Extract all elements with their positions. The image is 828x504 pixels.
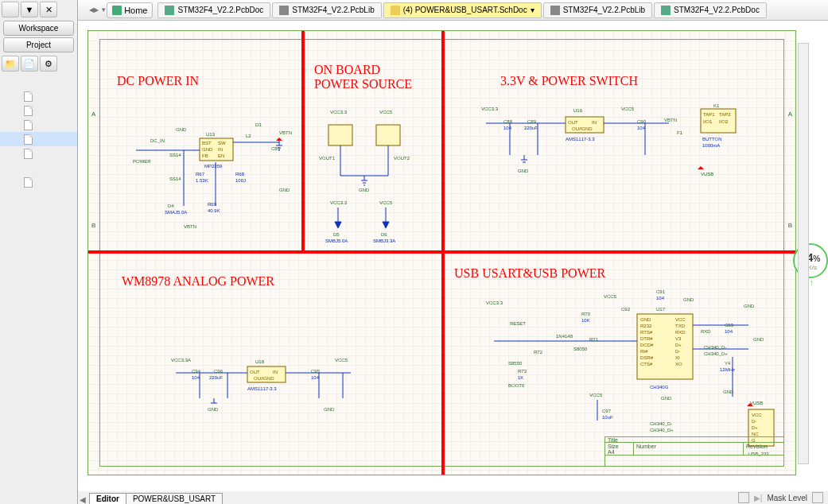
svg-text:VBTN: VBTN xyxy=(664,118,677,122)
svg-text:VCC: VCC xyxy=(675,317,686,322)
doc-tab-3[interactable]: STM32F4_V2.2.PcbLib xyxy=(543,2,652,18)
doc-tab-0[interactable]: STM32F4_V2.2.PcbDoc xyxy=(157,2,270,18)
svg-text:CH340_D-: CH340_D- xyxy=(650,421,672,426)
svg-marker-28 xyxy=(276,138,282,141)
status-icon[interactable] xyxy=(812,492,823,503)
svg-text:GND: GND xyxy=(208,407,219,412)
svg-text:R69: R69 xyxy=(208,202,217,207)
doc-icon xyxy=(24,177,33,188)
svg-text:IN: IN xyxy=(592,120,597,125)
tb-rev-label: Revision xyxy=(744,443,783,455)
svg-text:SS14: SS14 xyxy=(169,153,181,157)
project-button[interactable]: Project xyxy=(3,37,74,52)
svg-text:VBTN: VBTN xyxy=(184,224,196,229)
tool-btn[interactable]: 📁 xyxy=(2,56,19,72)
home-icon xyxy=(112,6,122,15)
tool-btn[interactable]: ⚙ xyxy=(40,56,57,72)
svg-text:VCC5: VCC5 xyxy=(379,110,393,114)
svg-text:C97: C97 xyxy=(602,409,612,413)
svg-text:D3: D3 xyxy=(255,122,262,127)
svg-text:VOUT1: VOUT1 xyxy=(319,156,336,161)
tree-item[interactable] xyxy=(0,103,77,118)
svg-rect-29 xyxy=(328,125,352,145)
tool-btn[interactable] xyxy=(2,2,19,17)
svg-text:SW: SW xyxy=(218,141,226,145)
svg-text:CH340_D+: CH340_D+ xyxy=(704,351,728,356)
doc-tab-label: (4) POWER&USB_USART.SchDoc xyxy=(403,6,527,14)
pcb-icon xyxy=(165,6,174,15)
schematic-block-usb: U17 CH340G GNDVCC R232TXD RTS#RXD DTR#V3… xyxy=(462,277,788,460)
svg-text:OUT: OUT xyxy=(250,370,260,374)
tab-scroll-left[interactable]: ◀▶ ▼ xyxy=(89,6,107,14)
svg-text:I/O2: I/O2 xyxy=(719,119,729,124)
svg-text:SMAJ5.0A: SMAJ5.0A xyxy=(165,210,187,215)
svg-text:R73: R73 xyxy=(518,369,527,374)
svg-text:C95: C95 xyxy=(311,369,321,374)
coord-row-b: B xyxy=(91,222,95,229)
svg-text:C93: C93 xyxy=(725,323,734,328)
svg-text:104: 104 xyxy=(311,375,320,380)
tab-sheet[interactable]: POWER&USB_USART xyxy=(126,493,223,504)
document-tabs-bar: ◀▶ ▼ Home STM32F4_V2.2.PcbDoc STM32F4_V2… xyxy=(0,0,828,21)
pcb-icon xyxy=(661,6,671,15)
svg-text:GND: GND xyxy=(202,147,213,152)
svg-text:GND: GND xyxy=(753,337,764,342)
svg-text:C96: C96 xyxy=(214,369,224,374)
mask-level-label[interactable]: Mask Level xyxy=(767,494,807,502)
doc-tab-label: STM32F4_V2.2.PcbLib xyxy=(292,6,374,14)
svg-text:40.9K: 40.9K xyxy=(208,208,220,213)
coord-row-a: A xyxy=(91,110,95,118)
svg-text:I/O1: I/O1 xyxy=(703,119,713,124)
schematic-canvas[interactable]: A B A B DC POWER IN ON BOARD POWER SOURC… xyxy=(78,21,828,491)
svg-text:220uF: 220uF xyxy=(209,375,223,380)
toolbar-row-1: ▼ ✕ xyxy=(0,0,77,19)
svg-text:U18: U18 xyxy=(255,359,265,364)
svg-marker-38 xyxy=(335,222,341,228)
svg-text:D6: D6 xyxy=(381,232,387,237)
svg-text:U16: U16 xyxy=(573,108,583,113)
tool-btn[interactable]: 📄 xyxy=(21,56,38,72)
svg-rect-30 xyxy=(376,125,400,145)
svg-text:C94: C94 xyxy=(192,369,201,374)
svg-text:SMBJ3.3A: SMBJ3.3A xyxy=(373,238,395,243)
doc-tab-4[interactable]: STM32F4_V2.2.PcbDoc xyxy=(654,2,767,18)
svg-text:SS14: SS14 xyxy=(169,176,181,181)
svg-text:S8550: S8550 xyxy=(508,361,523,366)
svg-text:OUT: OUT xyxy=(568,120,578,125)
section-title-wm: WM8978 ANALOG POWER xyxy=(122,274,274,289)
doc-tab-1[interactable]: STM32F4_V2.2.PcbLib xyxy=(272,2,381,18)
doc-icon xyxy=(24,120,33,130)
dl-arrow-icon: ↑ xyxy=(810,278,814,287)
svg-text:104: 104 xyxy=(637,126,646,130)
status-icon[interactable] xyxy=(738,492,749,503)
tree-item[interactable] xyxy=(0,146,77,161)
home-button[interactable]: Home xyxy=(107,2,153,18)
svg-text:BUTTON: BUTTON xyxy=(702,137,722,142)
svg-marker-39 xyxy=(383,222,389,228)
tree-item-selected[interactable] xyxy=(0,132,77,146)
svg-text:K1: K1 xyxy=(713,103,720,108)
tab-editor[interactable]: Editor xyxy=(89,493,126,504)
doc-tab-2[interactable]: (4) POWER&USB_USART.SchDoc ▾ xyxy=(383,2,542,18)
schematic-block-onboard: VCC3.3 VCC5 VOUT1 VOUT2 GND VCC3.3 VCC5 … xyxy=(314,103,438,238)
tree-item[interactable] xyxy=(0,118,77,132)
tree-item[interactable] xyxy=(0,175,77,189)
sch-icon xyxy=(391,6,400,15)
svg-text:XO: XO xyxy=(675,362,682,366)
svg-text:FB: FB xyxy=(202,153,208,158)
toolbar-row-2: 📁 📄 ⚙ xyxy=(0,54,77,73)
vertical-scrollbar[interactable] xyxy=(798,43,809,464)
svg-text:RESET: RESET xyxy=(510,321,526,326)
svg-text:IN: IN xyxy=(273,370,278,374)
svg-text:RTS#: RTS# xyxy=(640,330,653,335)
svg-text:MP2359: MP2359 xyxy=(204,164,223,169)
tb-size-value: A4 xyxy=(608,449,631,455)
tool-btn[interactable]: ▼ xyxy=(21,2,38,17)
svg-text:VCC5: VCC5 xyxy=(379,200,393,205)
svg-text:VOUT2: VOUT2 xyxy=(394,156,410,161)
tree-item[interactable] xyxy=(0,89,77,103)
svg-text:GND: GND xyxy=(324,407,335,412)
tool-btn[interactable]: ✕ xyxy=(40,2,57,17)
svg-text:CH340_D+: CH340_D+ xyxy=(650,428,674,432)
workspace-button[interactable]: Workspace xyxy=(3,21,74,36)
